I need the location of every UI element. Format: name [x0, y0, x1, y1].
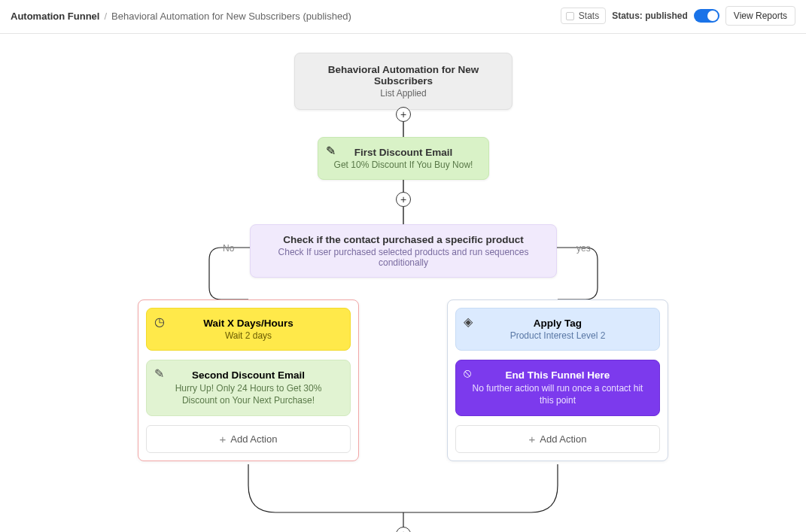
condition-node[interactable]: Check if the contact purchased a specifi…	[250, 224, 557, 278]
breadcrumb-root[interactable]: Automation Funnel	[11, 11, 99, 22]
wait-subtitle: Wait 2 days	[159, 330, 338, 341]
apply-tag-node[interactable]: ◈ Apply Tag Product Interest Level 2	[455, 308, 660, 351]
add-action-button-no[interactable]: + Add Action	[146, 425, 351, 453]
branch-no-label: No	[223, 243, 234, 254]
add-step-button-2[interactable]: +	[396, 192, 411, 207]
plus-icon: +	[400, 108, 406, 120]
yes-branch-group: ◈ Apply Tag Product Interest Level 2 ⦸ E…	[447, 299, 668, 461]
second-email-node[interactable]: ✎ Second Discount Email Hurry Up! Only 2…	[146, 360, 351, 416]
trigger-title: Behavioral Automation for New Subscriber…	[307, 64, 500, 87]
publish-toggle[interactable]	[694, 9, 719, 23]
stats-toggle[interactable]: Stats	[561, 8, 606, 24]
breadcrumb: Automation Funnel / Behavioral Automatio…	[11, 11, 351, 22]
header-right: Stats Status: published View Reports	[561, 6, 795, 26]
first-email-subtitle: Get 10% Discount If You Buy Now!	[330, 160, 476, 170]
wait-node[interactable]: ◷ Wait X Days/Hours Wait 2 days	[146, 308, 351, 351]
condition-title: Check if the contact purchased a specifi…	[267, 234, 540, 245]
add-action-label: Add Action	[540, 433, 586, 445]
stop-icon: ⦸	[464, 366, 471, 380]
edit-icon: ✎	[326, 144, 336, 158]
second-email-subtitle: Hurry Up! Only 24 Hours to Get 30% Disco…	[159, 382, 338, 406]
tag-icon: ◈	[464, 315, 473, 329]
stats-label: Stats	[579, 11, 599, 21]
branch-yes-label: yes	[576, 243, 591, 254]
breadcrumb-separator: /	[104, 11, 107, 22]
trigger-subtitle: List Applied	[307, 88, 500, 99]
add-action-label: Add Action	[230, 433, 277, 445]
end-funnel-node[interactable]: ⦸ End This Funnel Here No further action…	[455, 360, 660, 416]
trigger-node[interactable]: Behavioral Automation for New Subscriber…	[294, 53, 512, 110]
plus-icon: +	[220, 433, 227, 445]
wait-title: Wait X Days/Hours	[159, 318, 338, 329]
first-email-title: First Discount Email	[330, 147, 476, 158]
add-action-button-yes[interactable]: + Add Action	[455, 425, 660, 453]
plus-icon: +	[529, 433, 536, 445]
condition-subtitle: Check If user purchased selected product…	[267, 247, 540, 268]
add-step-button-1[interactable]: +	[396, 107, 411, 122]
apply-tag-title: Apply Tag	[468, 318, 647, 329]
apply-tag-subtitle: Product Interest Level 2	[468, 330, 647, 341]
funnel-canvas[interactable]: Behavioral Automation for New Subscriber…	[0, 34, 806, 532]
end-funnel-title: End This Funnel Here	[468, 369, 647, 381]
clock-icon: ◷	[154, 315, 165, 329]
breadcrumb-current: Behavioral Automation for New Subscriber…	[111, 11, 351, 22]
plus-icon: +	[400, 193, 406, 205]
first-email-node[interactable]: ✎ First Discount Email Get 10% Discount …	[318, 137, 489, 180]
end-funnel-subtitle: No further action will run once a contac…	[468, 382, 647, 406]
add-step-button-bottom[interactable]: +	[396, 527, 411, 532]
status-label: Status: published	[612, 11, 688, 21]
second-email-title: Second Discount Email	[159, 369, 338, 381]
stats-checkbox-icon	[566, 12, 574, 20]
no-branch-group: ◷ Wait X Days/Hours Wait 2 days ✎ Second…	[138, 299, 359, 461]
header-bar: Automation Funnel / Behavioral Automatio…	[0, 0, 806, 34]
plus-icon: +	[400, 528, 406, 532]
edit-icon: ✎	[154, 366, 164, 381]
view-reports-button[interactable]: View Reports	[725, 6, 795, 26]
